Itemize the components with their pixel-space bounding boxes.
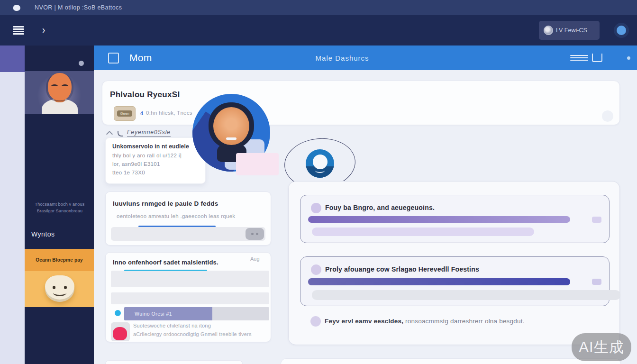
progress-subbar-2 xyxy=(312,290,620,300)
progress-track-2 xyxy=(308,278,584,285)
avatar-face xyxy=(48,73,72,100)
selected-item-chip[interactable]: Wuino Oresi #1 xyxy=(124,307,212,320)
user-account-chip[interactable]: LV Fewi-CS xyxy=(539,21,600,40)
form-input-bar[interactable] xyxy=(111,227,265,241)
item-thumbnail-box[interactable] xyxy=(111,322,130,341)
bracket-icon[interactable] xyxy=(592,54,602,62)
eye-smile xyxy=(315,168,325,173)
header-dot xyxy=(627,56,630,60)
sidebar-status-dot xyxy=(79,61,84,66)
smiley-face-icon xyxy=(45,275,74,302)
profile-avatar-dot[interactable] xyxy=(617,26,626,35)
tooltip-line2: thly bol y aro rall ol u/122 i] xyxy=(112,153,199,158)
page-subtitle: Male Dashurcs xyxy=(316,54,369,62)
bullet-circle xyxy=(311,203,321,213)
top-system-bar: NVOR | M otliop :SoB eBattocs xyxy=(0,0,637,15)
attachment-badge[interactable]: Geen xyxy=(114,106,136,121)
panel-footer-text: Feyv ervl eamv eescldes, ronsoacmmstg da… xyxy=(325,318,525,325)
eye-white-circle xyxy=(313,155,328,169)
sidebar-avatar-illustration xyxy=(25,71,94,114)
meta-text: 0:hn hliesk, Tnecs xyxy=(146,110,192,116)
form-drag-handle-button[interactable] xyxy=(246,228,264,240)
progress-track-1 xyxy=(308,216,584,223)
profile-summary-card xyxy=(102,81,620,125)
progress-subbar-1 xyxy=(312,228,534,236)
form-blue-underline xyxy=(138,226,216,227)
avatar-right-brow xyxy=(62,84,68,88)
user-swirl-icon xyxy=(544,26,553,35)
progress-panel: Fouy ba Bngro, and aeuegeuoins. Proly af… xyxy=(288,181,620,345)
progress-fill-2 xyxy=(308,278,570,285)
progress-segment-2 xyxy=(592,279,601,285)
sidebar-info-text: Thocsaamt boch v anous Brasilgor Sanoonb… xyxy=(28,201,91,214)
smiley-right-eye xyxy=(64,286,67,289)
sidebar-accent-strip-top xyxy=(0,46,25,72)
chevron-right-icon[interactable]: › xyxy=(42,24,45,36)
app-logo-icon xyxy=(13,5,20,11)
collapse-row-label[interactable]: Feyemne0Ssle xyxy=(127,129,171,136)
list-card-tag: Aug xyxy=(250,256,260,262)
avatar-mouth xyxy=(226,137,237,140)
lines-menu-icon[interactable] xyxy=(570,55,588,61)
list-row-3[interactable]: Wuino Oresi #1 xyxy=(124,307,269,320)
list-note-line2: aCrileclergy ordoocnodigtig Gnmeil treeb… xyxy=(133,331,252,337)
next-card-stub-right xyxy=(281,358,621,364)
tooltip-line4: tteo 1e 73X0 xyxy=(112,170,199,175)
profile-card-title: Phlvalou RyeuxSI xyxy=(110,90,180,100)
bullet-circle xyxy=(310,316,321,327)
form-card-subtitle: oentoleteoo amreatu leh .gaeecooh leas r… xyxy=(117,213,235,219)
progress-item-1-title: Fouy ba Bngro, and aeuegeuoins. xyxy=(325,204,435,211)
ghost-circle xyxy=(602,110,613,122)
bullet-circle xyxy=(311,264,321,275)
hamburger-menu-icon[interactable] xyxy=(13,26,24,35)
meta-count: 4 xyxy=(140,110,143,116)
list-row-1[interactable] xyxy=(111,271,269,287)
info-tooltip: Unkomservolo in nt eudlele thly bol y ar… xyxy=(105,137,206,184)
tooltip-line1: Unkomservolo in nt eudlele xyxy=(112,143,199,150)
attachment-badge-label: Geen xyxy=(117,110,132,117)
page-header: Mom Male Dashurcs xyxy=(94,46,637,70)
progress-fill-1 xyxy=(308,216,570,223)
cyan-bullet-dot xyxy=(115,310,121,316)
sidebar-orange-label: Ocann Blocpme pay xyxy=(36,257,83,263)
heart-icon xyxy=(113,327,127,340)
square-outline-icon[interactable] xyxy=(108,53,119,64)
form-card-title: Iuuvluns rnmged le paule D fedds xyxy=(113,200,218,207)
user-chip-label: LV Fewi-CS xyxy=(556,27,587,34)
smiley-mouth xyxy=(53,290,66,296)
sidebar-info-line1: Thocsaamt boch v anous xyxy=(28,201,91,208)
ai-generated-watermark: AI生成 xyxy=(572,333,631,361)
list-row-2[interactable] xyxy=(111,292,269,304)
panel-footer-rest: ronsoacmmstg darreshrerr olna besgdut. xyxy=(403,318,524,325)
list-note-line1: Suoteswoche chilefanst na itong xyxy=(133,323,211,328)
progress-item-2-title: Proly afouange cow Srlagao Herevedll Foe… xyxy=(325,265,479,273)
panel-footer-bold: Feyv ervl eamv eescldes, xyxy=(325,318,403,325)
sidebar-section-label: Wyntos xyxy=(31,230,55,238)
progress-item-1[interactable]: Fouy ba Bngro, and aeuegeuoins. xyxy=(300,195,610,243)
page-title: Mom xyxy=(129,52,152,64)
eye-avatar-icon xyxy=(306,149,334,178)
progress-item-2[interactable]: Proly afouange cow Srlagao Herevedll Foe… xyxy=(300,256,610,306)
window-title: NVOR | M otliop :SoB eBattocs xyxy=(35,4,122,11)
list-cyan-underline xyxy=(124,270,207,271)
list-card-title: Inno onfenhoorf sadet malslentids. xyxy=(113,259,218,266)
next-card-stub-left xyxy=(105,360,243,364)
tooltip-line3: lor, asn9e0l E3101 xyxy=(112,161,199,167)
avatar-left-brow xyxy=(51,84,58,88)
progress-segment-1 xyxy=(592,217,601,223)
sidebar-orange-nav-item[interactable]: Ocann Blocpme pay xyxy=(25,249,94,271)
pink-highlight-block xyxy=(236,153,279,175)
sidebar-info-line2: Brasilgor Sanoonbreau xyxy=(28,208,91,214)
navigation-bar: › LV Fewi-CS xyxy=(0,15,637,46)
smiley-left-eye xyxy=(53,286,55,289)
sidebar-accent-strip xyxy=(0,72,25,364)
